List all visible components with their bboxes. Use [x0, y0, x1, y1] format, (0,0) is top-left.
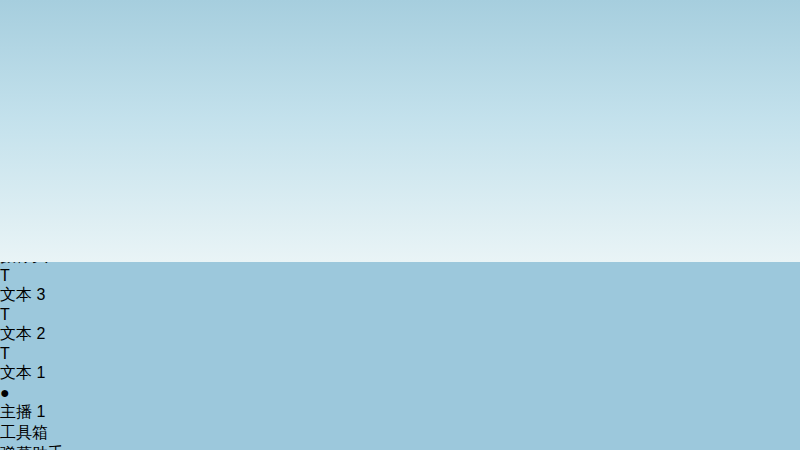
text-source-icon: T — [0, 267, 800, 285]
source-item-text[interactable]: T文本 1 — [0, 345, 800, 384]
user-source-icon: ● — [0, 384, 800, 402]
toolbox-title: 工具箱 — [0, 423, 800, 444]
source-item-user[interactable]: ●主播 1 — [0, 384, 800, 423]
tool-label: 弹幕助手 — [0, 444, 800, 450]
source-label: 文本 1 — [0, 363, 800, 384]
source-label: 主播 1 — [0, 402, 800, 423]
source-item-text[interactable]: T文本 3 — [0, 267, 800, 306]
text-source-icon: T — [0, 306, 800, 324]
toolbox-item[interactable]: 弹幕助手 — [0, 444, 800, 450]
sky-background — [0, 0, 800, 262]
desktop-screen: QQ群113014113 网易云：雨霖铃雨霖雨 微博：迅哥、雨霖铃 阵容推荐：斗… — [0, 0, 800, 450]
text-source-icon: T — [0, 345, 800, 363]
source-item-text[interactable]: T文本 2 — [0, 306, 800, 345]
source-label: 文本 2 — [0, 324, 800, 345]
source-label: 文本 3 — [0, 285, 800, 306]
